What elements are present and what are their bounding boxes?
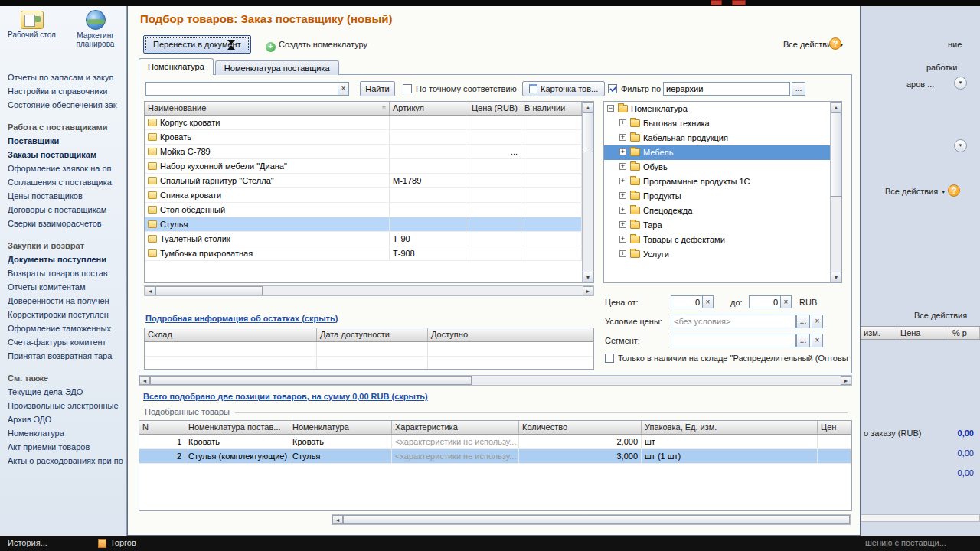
sidebar-item[interactable]: Договоры с поставщикам (8, 203, 127, 217)
expand-icon[interactable] (619, 163, 626, 170)
segment-more-button[interactable]: ... (796, 334, 810, 347)
expand-icon[interactable] (619, 236, 626, 243)
tree-item[interactable]: Кабельная продукция (604, 131, 831, 145)
scroll-up-icon[interactable] (583, 102, 593, 112)
clear-price-from-icon[interactable] (702, 295, 714, 308)
scroll-track[interactable] (343, 515, 850, 524)
column-header-price[interactable]: Цена (RUB) (466, 102, 521, 115)
scroll-up-icon[interactable] (831, 102, 841, 112)
scroll-right-icon[interactable] (841, 376, 851, 385)
sidebar-item[interactable]: Настройки и справочники (8, 84, 127, 98)
sidebar-item[interactable]: Акт приемки товаров (8, 440, 127, 454)
product-row[interactable]: Спинка кровати (145, 188, 582, 203)
selected-product-row[interactable]: 2Стулья (комплектующие)Стулья<характерис… (139, 449, 851, 464)
column-header-warehouse[interactable]: Склад (145, 328, 317, 341)
close-button[interactable] (732, 0, 746, 5)
tree-item[interactable]: Мебель (604, 145, 831, 160)
sidebar-item[interactable]: Соглашения с поставщика (8, 175, 127, 189)
taskbar-item-trade[interactable]: Торгов (110, 538, 136, 547)
sidebar-item-desktop[interactable]: Рабочий стол (3, 9, 61, 48)
scroll-thumb[interactable] (150, 376, 472, 385)
taskbar-item-history[interactable]: История... (8, 538, 47, 547)
product-row[interactable]: Спальный гарнитур "Стелла"М-1789 (145, 174, 582, 188)
sidebar-item[interactable]: Отчеты по запасам и закуп (8, 70, 127, 84)
exact-match-checkbox[interactable] (403, 84, 412, 93)
sidebar-item[interactable]: Счета-фактуры комитент (8, 335, 127, 349)
sidebar-item[interactable]: Номенклатура (8, 426, 127, 440)
product-card-button[interactable]: Карточка тов... (522, 81, 605, 96)
scroll-down-icon[interactable] (831, 272, 841, 282)
tree-item[interactable]: Бытовая техника (604, 116, 831, 131)
product-row[interactable]: Тумбочка прикроватнаяТ-908 (145, 246, 582, 261)
column-header-supplier-nomenclature[interactable]: Номенклатура постав... (185, 421, 289, 434)
clear-price-condition-icon[interactable] (812, 315, 823, 328)
clear-search-icon[interactable] (338, 82, 349, 96)
sidebar-item[interactable]: Произвольные электронные (8, 399, 127, 412)
selection-summary-link[interactable]: Всего подобрано две позиции товаров, на … (143, 392, 428, 401)
sidebar-item[interactable]: Заказы поставщикам (8, 148, 127, 161)
scroll-left-icon[interactable] (145, 286, 155, 295)
product-row[interactable]: Мойка С-789... (145, 145, 582, 159)
help-button[interactable]: ? (829, 37, 841, 50)
all-actions-button[interactable]: Все действия (885, 187, 946, 196)
product-row[interactable]: Кровать (145, 130, 582, 145)
expand-icon[interactable] (619, 148, 626, 155)
product-row[interactable]: Туалетный столикТ-90 (145, 232, 582, 246)
panel-horizontal-scrollbar[interactable] (139, 375, 852, 386)
price-condition-combo[interactable]: <без условия> (671, 315, 796, 328)
column-header-percent[interactable]: % р (949, 327, 980, 339)
column-header-available[interactable]: Доступно (428, 328, 593, 341)
sidebar-item[interactable]: Корректировки поступлен (8, 308, 127, 321)
sidebar-item[interactable]: Цены поставщиков (8, 189, 127, 203)
collapse-icon[interactable] (607, 105, 614, 112)
product-row[interactable]: Стол обеденный (145, 203, 582, 217)
scroll-thumb[interactable] (583, 112, 593, 152)
collapse-button[interactable] (954, 139, 967, 152)
find-button[interactable]: Найти (360, 81, 395, 96)
sidebar-item[interactable]: Отчеты комитентам (8, 280, 127, 294)
sidebar-item[interactable]: Состояние обеспечения зак (8, 98, 127, 112)
sidebar-item[interactable]: Оформление заявок на оп (8, 161, 127, 175)
scroll-thumb[interactable] (155, 286, 263, 295)
expand-icon[interactable] (619, 119, 626, 126)
filter-by-checkbox[interactable] (608, 84, 617, 93)
sidebar-item[interactable]: Доверенности на получен (8, 294, 127, 308)
column-header-quantity[interactable]: Количество (519, 421, 642, 434)
scroll-thumb[interactable] (831, 112, 841, 197)
tree-item[interactable]: Тара (604, 218, 831, 233)
product-row[interactable]: Стулья (145, 217, 582, 232)
tab-supplier-nomenclature[interactable]: Номенклатура поставщика (215, 60, 339, 75)
expand-icon[interactable] (619, 221, 626, 228)
stock-info-link[interactable]: Подробная информация об остатках (скрыть… (145, 314, 338, 323)
sidebar-item[interactable]: Принятая возвратная тара (8, 349, 127, 363)
column-header-characteristic[interactable]: Характеристика (392, 421, 519, 434)
price-from-input[interactable] (671, 295, 703, 308)
column-header-price[interactable]: Цена (897, 327, 949, 339)
close-button[interactable] (710, 0, 722, 5)
tree-item[interactable]: Товары с дефектами (604, 233, 831, 247)
products-vertical-scrollbar[interactable] (582, 102, 593, 282)
column-header-unit[interactable]: изм. (861, 327, 897, 339)
expand-icon[interactable] (619, 192, 626, 199)
clear-segment-icon[interactable] (812, 334, 823, 347)
expand-icon[interactable] (619, 207, 626, 214)
scroll-right-icon[interactable] (583, 286, 593, 295)
clear-price-to-icon[interactable] (780, 295, 792, 308)
filter-mode-combo[interactable]: иерархии (663, 82, 790, 96)
tab-nomenclature[interactable]: Номенклатура (139, 58, 214, 75)
column-header-packaging[interactable]: Упаковка, Ед. изм. (642, 421, 818, 434)
all-actions-label[interactable]: Все действия (914, 311, 967, 320)
column-header-name[interactable]: Наименование (145, 102, 390, 115)
scroll-thumb[interactable] (343, 515, 850, 524)
column-header-nomenclature[interactable]: Номенклатура (289, 421, 392, 434)
price-condition-more-button[interactable]: ... (796, 315, 810, 328)
column-header-price[interactable]: Цен (818, 421, 851, 434)
expand-icon[interactable] (619, 250, 626, 257)
column-header-availability[interactable]: В наличии (521, 102, 582, 115)
filter-mode-more-button[interactable]: ... (792, 82, 805, 96)
tree-item[interactable]: Программные продукты 1С (604, 174, 831, 189)
tree-item[interactable]: Спецодежда (604, 204, 831, 218)
tree-item[interactable]: Обувь (604, 160, 831, 174)
bottom-horizontal-scrollbar[interactable] (332, 514, 851, 525)
expand-icon[interactable] (619, 178, 626, 184)
